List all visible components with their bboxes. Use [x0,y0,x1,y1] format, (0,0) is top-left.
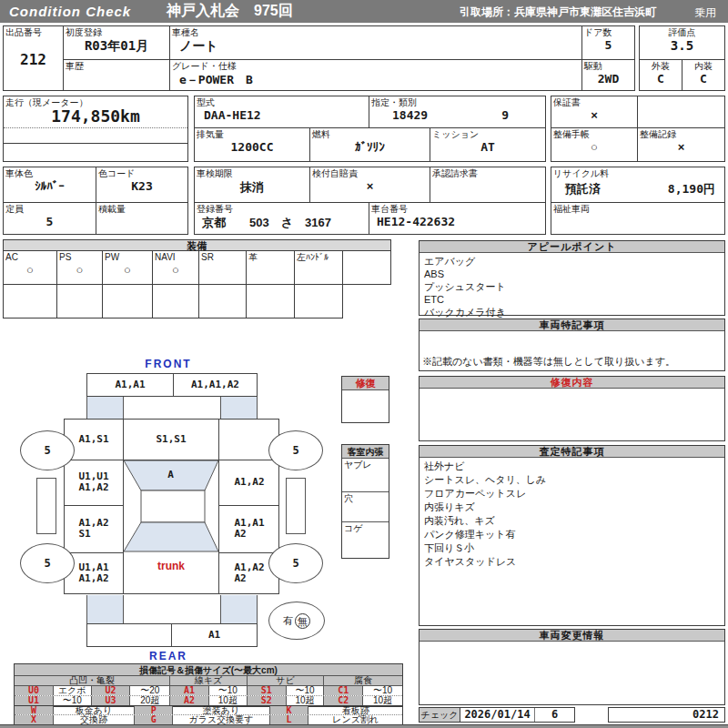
legend-group-scratch: 線キズ [170,676,248,685]
assessment-item: 内装汚れ、キズ [424,514,720,528]
mission-label: ミッション [430,128,545,140]
inspection-label: 車検期限 [195,167,309,179]
roof-shape [141,490,205,522]
recycle-label: リサイクル料 [551,167,724,179]
right-rear-door-panel: A1,A1 A2 [219,505,279,552]
legend-val: 〜10 [363,686,402,695]
spare-tire-indicator: 有 無 [268,602,325,640]
registration-number-value: 京都 503 さ 3167 [195,215,369,231]
body-color-label: 車体色 [4,167,96,179]
load-label: 積載量 [96,203,187,215]
legend-val: 〜10 [287,686,325,695]
check-code-value: 6 [535,708,574,722]
body-color-value: ｼﾙﾊﾞｰ [4,179,96,193]
cabin-row-label: ヤブレ [342,459,389,470]
appeal-item: ABS [424,268,720,280]
equipment-cell-blank [343,251,391,284]
appeal-item: ETC [424,293,720,306]
equipment-label: AC [4,251,56,263]
rear-label: REAR [123,650,214,662]
cabin-row-hole: 穴 [342,492,389,522]
insurance-label: 検付自賠責 [310,167,430,179]
maintenance-book-label: 整備手帳 [551,128,637,140]
approval-label: 承認請求書 [430,167,545,179]
warranty-label: 保証書 [551,96,637,108]
legend-val: ガラス交換要す [173,715,270,724]
type-class-label: 指定・類別 [369,96,545,108]
equipment-cell-ac: AC ○ [4,251,57,284]
appeal-item: バックカメラ付き [424,306,720,318]
assessment-item: パンク修理キット有 [424,528,720,541]
legend-sym: K [270,706,309,714]
assessment-notes-title: 査定特記事項 [420,446,724,458]
model-code-value: DAA-HE12 [195,108,369,122]
equipment-cell-lhd: 左ﾊﾝﾄﾞﾙ [295,251,343,284]
capacity-value: 5 [4,215,96,228]
front-left-corner [86,397,124,420]
repair-mark-title: 修復 [342,377,389,390]
recycle-status: 預託済 [565,181,601,197]
model-name-value: ノート [170,38,581,55]
legend-sym: U0 [15,686,54,695]
legend-group-corrosion: 腐食 [324,676,402,685]
history-label: 車歴 [64,60,169,72]
legend-sym: X [15,715,54,724]
appeal-points-title: アピールポイント [420,241,724,253]
check-date-box: 2026/01/14 6 [460,707,575,723]
legend-sym: C1 [324,686,363,695]
vehicle-notes-title: 車両特記事項 [420,319,724,331]
legend-sym: U2 [92,686,131,695]
doors-value: 5 [582,38,634,52]
vehicle-category: 乗用 [694,5,716,21]
equipment-label: NAVI [153,251,198,263]
grade-label: グレード・仕様 [170,60,581,72]
repair-content-body [420,389,724,392]
fuel-value: ｶﾞｿﾘﾝ [310,140,430,154]
legend-val: 〜20 [130,686,170,695]
legend-group-dents: 凸凹・亀裂 [15,676,170,685]
documents-group: 保証書 × 整備手帳 ○ 整備記録 × [551,96,725,162]
interior-label: 内装 [682,60,724,72]
equipment-mark: ○ [153,263,198,277]
assessment-notes-section: 査定特記事項 社外ナビ シートスレ、ヘタリ、しみ フロアカーペットスレ 内張りキ… [419,445,725,626]
score-cell: 評価点 3.5 外装 C 内装 C [639,25,725,91]
legend-group-rust: サビ [248,676,325,685]
damage-legend-table-2: W 板金あり P 塗装あり K 看板跡 X 交換跡 G ガラス交換要す L レン… [14,705,403,725]
repair-content-section: 修復内容 [419,376,725,441]
capacity-label: 定員 [4,203,96,215]
cabin-row-label: 穴 [342,492,389,504]
equipment-table: 装備 AC ○ PS ○ PW ○ NAVI ○ SR 革 左ﾊﾝﾄﾞﾙ [3,239,391,318]
equipment-mark: ○ [103,263,152,277]
equipment-label: 革 [247,251,294,263]
assessment-item: シートスレ、ヘタリ、しみ [424,473,720,487]
equipment-label: 左ﾊﾝﾄﾞﾙ [295,251,342,263]
assessment-item: 下回りＳ小 [424,541,720,555]
front-left-wheel: 5 [20,430,75,470]
legend-sym: A1 [170,686,209,695]
change-info-section: 車両変更情報 [419,629,725,705]
spare-yes-label: 有 [283,614,293,628]
rear-bumper: A1 [86,623,258,647]
change-info-title: 車両変更情報 [420,630,724,642]
equipment-cell-sr: SR [199,251,247,284]
left-rear-door-panel: A1,A2 S1 [64,505,124,552]
model-code-group: 型式 DAA-HE12 指定・類別 18429 9 排気量 1200CC 燃料 … [194,96,546,162]
color-code-value: K23 [96,179,187,193]
score-value: 3.5 [640,38,724,53]
lot-number-label: 出品番号 [4,26,63,38]
legend-val: 〜10 [209,686,248,695]
class-value: 9 [501,108,509,122]
color-capacity-group: 車体色 ｼﾙﾊﾞｰ 色コード K23 定員 5 積載量 [3,167,188,235]
title-bar: Condition Check 神戸入札会 975回 引取場所：兵庫県神戸市東灘… [0,0,728,23]
legend-sym: P [135,706,173,714]
assessment-item: タイヤスタッドレス [424,555,720,569]
legend-sym: S1 [248,686,287,695]
registration-history-cell: 初度登録 R03年01月 車歴 [64,25,170,91]
maintenance-book-mark: ○ [551,140,637,154]
lot-number-value: 212 [4,51,63,68]
assessment-item: フロアカーペットスレ [424,487,720,500]
displacement-value: 1200CC [195,140,309,154]
rear-window-shape [124,522,218,551]
mileage-value: 174,850km [4,106,187,126]
equipment-mark: ○ [57,263,102,277]
